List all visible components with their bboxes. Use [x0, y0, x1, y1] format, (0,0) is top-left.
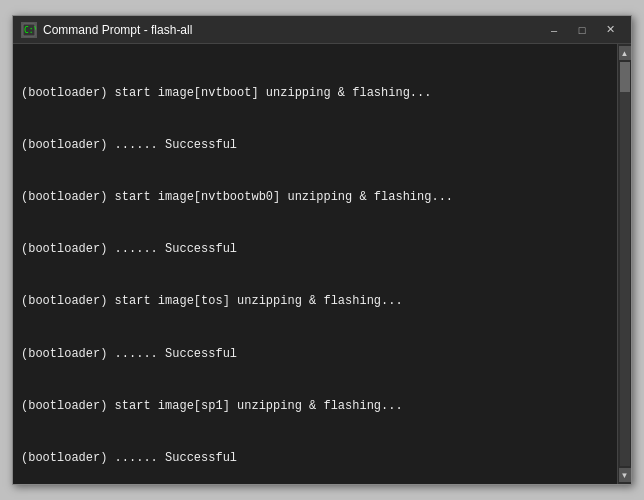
window-title: Command Prompt - flash-all: [43, 23, 541, 37]
scroll-down-arrow[interactable]: ▼: [619, 468, 631, 482]
window-controls: – □ ✕: [541, 20, 623, 40]
scroll-up-arrow[interactable]: ▲: [619, 46, 631, 60]
terminal-line-7: (bootloader) ...... Successful: [21, 450, 609, 467]
scrollbar-track[interactable]: [620, 62, 630, 466]
terminal-line-0: (bootloader) start image[nvtboot] unzipp…: [21, 85, 609, 102]
minimize-button[interactable]: –: [541, 20, 567, 40]
terminal-line-3: (bootloader) ...... Successful: [21, 241, 609, 258]
close-button[interactable]: ✕: [597, 20, 623, 40]
terminal-content[interactable]: (bootloader) start image[nvtboot] unzipp…: [13, 44, 617, 484]
scrollbar[interactable]: ▲ ▼: [617, 44, 631, 484]
terminal-line-4: (bootloader) start image[tos] unzipping …: [21, 293, 609, 310]
scrollbar-thumb[interactable]: [620, 62, 630, 92]
svg-text:C:\: C:\: [24, 26, 36, 35]
terminal-icon: C:\: [21, 22, 37, 38]
title-bar: C:\ Command Prompt - flash-all – □ ✕: [13, 16, 631, 44]
terminal-body: (bootloader) start image[nvtboot] unzipp…: [13, 44, 631, 484]
command-prompt-window: C:\ Command Prompt - flash-all – □ ✕ (bo…: [12, 15, 632, 485]
terminal-line-6: (bootloader) start image[sp1] unzipping …: [21, 398, 609, 415]
terminal-line-5: (bootloader) ...... Successful: [21, 346, 609, 363]
maximize-button[interactable]: □: [569, 20, 595, 40]
terminal-line-1: (bootloader) ...... Successful: [21, 137, 609, 154]
terminal-line-2: (bootloader) start image[nvtbootwb0] unz…: [21, 189, 609, 206]
